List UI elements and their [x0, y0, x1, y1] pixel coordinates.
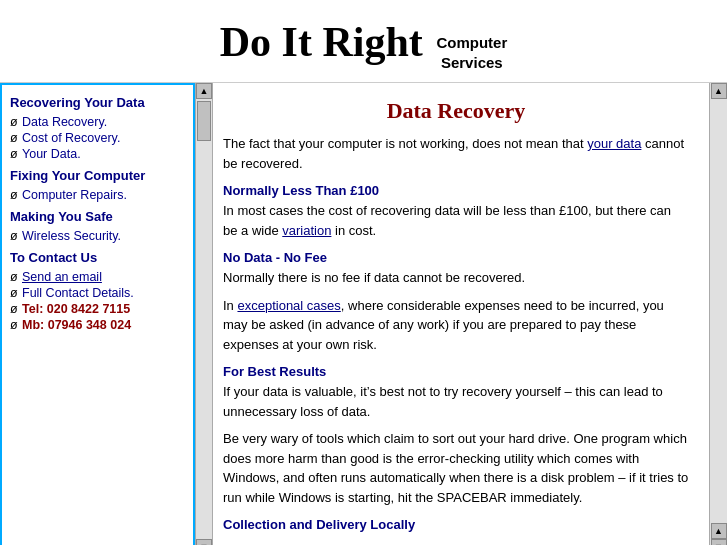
intro-paragraph: The fact that your computer is not worki… — [223, 134, 689, 173]
scroll-down-arrow[interactable]: ▼ — [196, 539, 212, 545]
header: Do It Right Computer Services — [0, 0, 727, 82]
section2-heading: No Data - No Fee — [223, 250, 689, 265]
section1-heading: Normally Less Than £100 — [223, 183, 689, 198]
scroll-thumb[interactable] — [197, 101, 211, 141]
site-subtitle: Computer Services — [436, 33, 507, 72]
right-scroll-up-arrow[interactable]: ▲ — [711, 83, 727, 99]
sidebar-link-cost-of-recovery[interactable]: Cost of Recovery. — [10, 130, 185, 146]
main-area: Recovering Your Data Data Recovery. Cost… — [0, 82, 727, 545]
page-heading: Data Recovery — [223, 83, 689, 134]
section3-text: If your data is valuable, it’s best not … — [223, 382, 689, 421]
section2-text1: Normally there is no fee if data cannot … — [223, 268, 689, 288]
right-scroll-down-arrow1[interactable]: ▲ — [711, 523, 727, 539]
sidebar-phone-tel: Tel: 020 8422 7115 — [10, 301, 185, 317]
content-scroll-wrapper: Data Recovery The fact that your compute… — [213, 83, 727, 545]
section2-text2: In exceptional cases, where considerable… — [223, 296, 689, 355]
variation-link[interactable]: variation — [282, 223, 331, 238]
content-area: Data Recovery The fact that your compute… — [213, 83, 709, 545]
left-scrollbar[interactable]: ▲ ▼ — [195, 83, 213, 545]
section4-text: Be very wary of tools which claim to sor… — [223, 429, 689, 507]
sidebar-section-safe: Making You Safe — [10, 209, 185, 224]
sidebar: Recovering Your Data Data Recovery. Cost… — [0, 83, 195, 545]
exceptional-cases-link[interactable]: exceptional cases — [237, 298, 340, 313]
site-title: Do It Right — [220, 18, 423, 66]
sidebar-phone-mb: Mb: 07946 348 024 — [10, 317, 185, 333]
right-scroll-down-arrow2[interactable]: ▼ — [711, 539, 727, 545]
section5-heading: Collection and Delivery Locally — [223, 517, 689, 532]
right-scroll-bottom-arrows: ▲ ▼ — [711, 523, 727, 545]
sidebar-section-contact: To Contact Us — [10, 250, 185, 265]
your-data-link[interactable]: your data — [587, 136, 641, 151]
page-wrapper: Do It Right Computer Services Recovering… — [0, 0, 727, 545]
sidebar-link-wireless-security[interactable]: Wireless Security. — [10, 228, 185, 244]
section3-heading: For Best Results — [223, 364, 689, 379]
sidebar-section-recovering: Recovering Your Data — [10, 95, 185, 110]
sidebar-link-data-recovery[interactable]: Data Recovery. — [10, 114, 185, 130]
scroll-up-arrow[interactable]: ▲ — [196, 83, 212, 99]
section1-text: In most cases the cost of recovering dat… — [223, 201, 689, 240]
sidebar-section-fixing: Fixing Your Computer — [10, 168, 185, 183]
sidebar-link-full-contact[interactable]: Full Contact Details. — [10, 285, 185, 301]
sidebar-link-your-data[interactable]: Your Data. — [10, 146, 185, 162]
right-scrollbar[interactable]: ▲ ▲ ▼ — [709, 83, 727, 545]
sidebar-link-computer-repairs[interactable]: Computer Repairs. — [10, 187, 185, 203]
sidebar-link-send-email[interactable]: Send an email — [10, 269, 185, 285]
